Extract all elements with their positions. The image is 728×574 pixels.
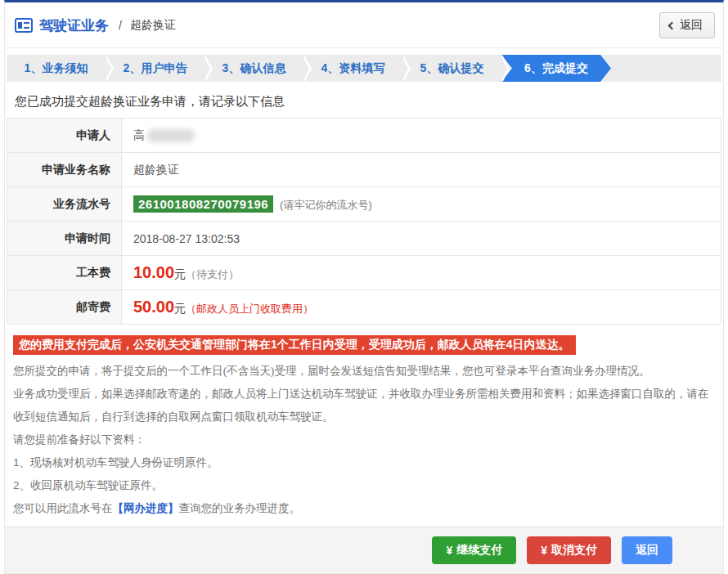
- license-fee-label: 工本费: [7, 256, 122, 290]
- step-wizard-filler: [611, 55, 721, 82]
- footer-action-bar: ¥ 继续支付 ¥ 取消支付 返回: [5, 527, 723, 573]
- page-title: 驾驶证业务: [39, 16, 109, 35]
- continue-pay-button[interactable]: ¥ 继续支付: [432, 536, 516, 564]
- yen-icon: ¥: [446, 544, 452, 557]
- step-5-confirm-submit: 5、确认提交: [402, 55, 501, 82]
- service-name-value: 超龄换证: [122, 153, 721, 187]
- chevron-left-icon: [668, 22, 676, 30]
- license-fee-amount: 10.00: [133, 263, 174, 281]
- serial-number-badge: 261001808270079196: [133, 195, 273, 213]
- instruction-item-2: 2、收回原机动车驾驶证原件。: [13, 474, 715, 497]
- postage-fee-label: 邮寄费: [7, 290, 122, 325]
- serial-number-value: 261001808270079196 (请牢记你的流水号): [122, 187, 721, 222]
- application-info-table: 申请人 高 申请业务名称 超龄换证 业务流水号 2610018082700791…: [7, 118, 721, 325]
- instructions: 您所提交的申请，将于提交后的一个工作日(不含当天)受理，届时会发送短信告知受理结…: [13, 360, 715, 520]
- table-row-serial-number: 业务流水号 261001808270079196 (请牢记你的流水号): [7, 187, 721, 222]
- main-content: 您已成功提交超龄换证业务申请，请记录以下信息 申请人 高 申请业务名称 超龄换证…: [5, 82, 723, 520]
- applicant-label: 申请人: [7, 119, 122, 153]
- serial-number-note: (请牢记你的流水号): [280, 199, 372, 211]
- serial-number-label: 业务流水号: [7, 187, 122, 222]
- table-row-apply-time: 申请时间 2018-08-27 13:02:53: [7, 222, 721, 256]
- service-name-label: 申请业务名称: [7, 153, 122, 187]
- instruction-prepare: 请您提前准备好以下资料：: [13, 428, 715, 451]
- table-row-service-name: 申请业务名称 超龄换证: [7, 153, 721, 187]
- back-button-label: 返回: [680, 18, 703, 33]
- page-card: 驾驶证业务 / 超龄换证 返回 1、业务须知 2、用户申告 3、确认信息 4、资…: [4, 0, 724, 574]
- step-2-declare: 2、用户申告: [106, 55, 204, 82]
- table-row-applicant: 申请人 高: [7, 119, 721, 153]
- step-4-fill-data: 4、资料填写: [303, 55, 402, 82]
- table-row-postage-fee: 邮寄费 50.00元（邮政人员上门收取费用）: [7, 290, 721, 325]
- postage-fee-amount: 50.00: [133, 298, 174, 316]
- license-list-icon: [15, 18, 33, 33]
- step-6-complete-active: 6、完成提交: [501, 55, 611, 82]
- apply-time-value: 2018-08-27 13:02:53: [122, 222, 721, 256]
- postage-fee-value: 50.00元（邮政人员上门收取费用）: [122, 290, 721, 325]
- apply-time-label: 申请时间: [7, 222, 122, 256]
- success-message: 您已成功提交超龄换证业务申请，请记录以下信息: [15, 94, 721, 110]
- table-row-license-fee: 工本费 10.00元（待支付）: [7, 256, 721, 290]
- progress-query-note: 您可以用此流水号在【网办进度】查询您的业务办理进度。: [13, 497, 715, 520]
- instruction-delivery: 业务成功受理后，如果选择邮政寄递的，邮政人员将上门送达机动车驾驶证，并收取办理业…: [13, 383, 715, 428]
- back-button-bottom[interactable]: 返回: [622, 536, 672, 564]
- back-button-top[interactable]: 返回: [659, 12, 715, 38]
- license-fee-value: 10.00元（待支付）: [122, 256, 721, 290]
- page-header: 驾驶证业务 / 超龄换证 返回: [5, 2, 723, 48]
- postage-fee-note: （邮政人员上门收取费用）: [186, 303, 313, 315]
- step-3-confirm-info: 3、确认信息: [204, 55, 303, 82]
- yen-icon: ¥: [541, 544, 547, 557]
- applicant-value: 高: [122, 119, 721, 153]
- step-wizard: 1、业务须知 2、用户申告 3、确认信息 4、资料填写 5、确认提交 6、完成提…: [7, 55, 721, 82]
- breadcrumb-separator: /: [119, 19, 122, 32]
- instruction-item-1: 1、现场核对机动车驾驶人身份证明原件。: [13, 451, 715, 474]
- breadcrumb-current: 超龄换证: [130, 18, 176, 33]
- payment-notice-banner: 您的费用支付完成后，公安机关交通管理部门将在1个工作日内受理，受理成功后，邮政人…: [13, 335, 576, 355]
- step-1-notice: 1、业务须知: [7, 55, 106, 82]
- redacted-name-blur: [147, 129, 195, 142]
- instruction-acceptance: 您所提交的申请，将于提交后的一个工作日(不含当天)受理，届时会发送短信告知受理结…: [13, 360, 715, 383]
- online-progress-link[interactable]: 【网办进度】: [113, 502, 179, 514]
- cancel-pay-button[interactable]: ¥ 取消支付: [527, 536, 611, 564]
- breadcrumb: 驾驶证业务 / 超龄换证: [15, 16, 176, 35]
- license-fee-note: （待支付）: [186, 268, 239, 280]
